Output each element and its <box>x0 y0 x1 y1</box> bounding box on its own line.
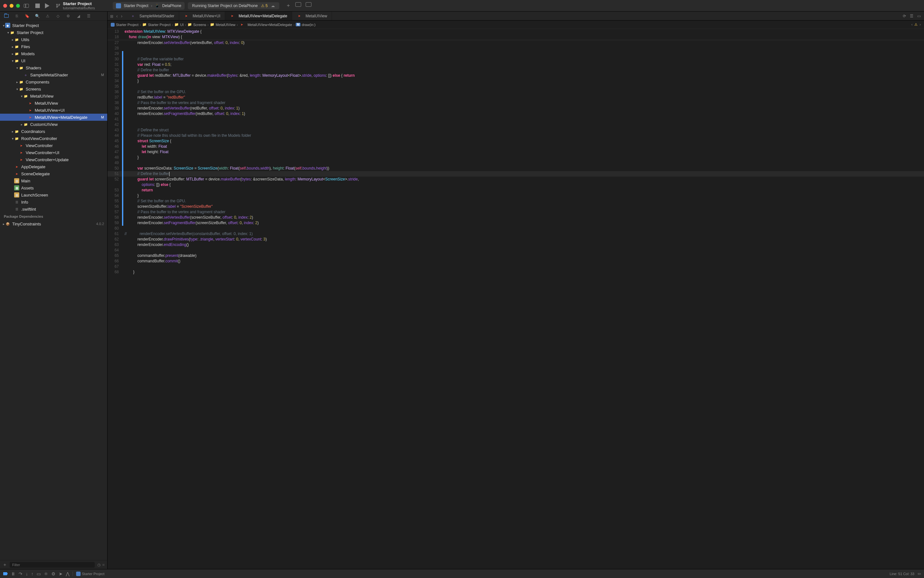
file-viewcontroller[interactable]: ➤ViewController <box>0 142 107 149</box>
debug-target[interactable]: Starter Project <box>73 572 104 576</box>
svg-point-1 <box>57 6 58 7</box>
svg-point-0 <box>57 4 58 5</box>
test-navigator-tab[interactable]: ◇ <box>55 13 60 19</box>
warning-icon[interactable]: ⚠ <box>914 23 918 27</box>
file-swiftlint[interactable]: ☰.swiftlint <box>0 206 107 213</box>
project-title: Starter Project <box>63 1 95 6</box>
svg-point-2 <box>59 4 60 5</box>
related-items-button[interactable]: ⊞ <box>110 14 114 18</box>
debug-navigator-tab[interactable]: ⚙ <box>65 13 71 19</box>
toggle-inspector-button[interactable] <box>306 2 311 7</box>
prev-issue-button[interactable]: ‹ <box>911 23 913 27</box>
add-editor-button[interactable]: ＋ <box>286 2 291 9</box>
toggle-navigator-button[interactable] <box>24 4 29 8</box>
refresh-icon[interactable]: ⟳ <box>903 14 906 18</box>
file-info[interactable]: ☰Info <box>0 198 107 206</box>
swift-icon: ➤ <box>184 13 189 19</box>
toggle-debug-area-button[interactable]: ▭ <box>918 572 921 576</box>
memory-graph-button[interactable]: ⚛ <box>44 571 48 576</box>
file-launchscreen[interactable]: ▦LaunchScreen <box>0 192 107 198</box>
code-editor[interactable]: 13extension MetalUIView: MTKViewDelegate… <box>107 29 924 569</box>
folder-rootvc[interactable]: 📁RootViewController <box>0 135 107 142</box>
project-icon <box>111 23 115 27</box>
step-into-button[interactable]: ↓ <box>26 571 28 576</box>
file-appdelegate[interactable]: ➤AppDelegate <box>0 163 107 170</box>
file-viewcontroller-update[interactable]: ➤ViewController+Update <box>0 156 107 163</box>
more-debug-button[interactable]: ⋀ <box>66 571 69 576</box>
folder-utils[interactable]: 📁Utils <box>0 36 107 43</box>
app-icon <box>76 572 81 576</box>
issue-navigator-tab[interactable]: ⚠ <box>45 13 50 19</box>
navigator-filter-bar: ＋ ◷ ⌗ <box>0 560 107 569</box>
folder-customuiview[interactable]: 📁CustomUIView <box>0 121 107 128</box>
file-scenedelegate[interactable]: ➤SceneDelegate <box>0 170 107 177</box>
project-root[interactable]: ◆Starter Project <box>0 22 107 29</box>
zoom-window-button[interactable] <box>16 4 20 8</box>
stop-button[interactable] <box>35 3 40 8</box>
metal-icon: ⟐ <box>130 13 136 19</box>
tab-metaluiview-ui[interactable]: ➤MetalUIView+UI <box>179 11 225 20</box>
close-window-button[interactable] <box>3 4 7 8</box>
library-button[interactable] <box>295 2 301 7</box>
adjust-editor-button[interactable]: ▭ <box>917 14 921 18</box>
tab-sample-shader[interactable]: ⟐SampleMetalShader <box>126 11 179 20</box>
bookmark-navigator-tab[interactable]: 🔖 <box>24 13 29 19</box>
environment-button[interactable]: ⚙ <box>51 571 55 576</box>
tab-metaluiview-delegate[interactable]: ➤MetalUIView+MetalDelegate <box>225 11 292 20</box>
folder-ui[interactable]: 📁UI <box>0 57 107 64</box>
group-starter-project[interactable]: 📁Starter Project <box>0 29 107 36</box>
project-path: tutorial/metal/buffers <box>63 6 95 10</box>
file-metaluiview-ui[interactable]: ➤MetalUIView+UI <box>0 107 107 114</box>
breakpoint-navigator-tab[interactable]: ◢ <box>76 13 81 19</box>
source-control-navigator-tab[interactable]: ⎘ <box>14 13 19 19</box>
method-badge: M <box>296 23 300 26</box>
package-tinyconstraints[interactable]: 📦TinyConstraints4.0.2 <box>0 220 107 227</box>
folder-shaders[interactable]: 📁Shaders <box>0 64 107 71</box>
forward-button[interactable]: › <box>120 13 123 19</box>
location-button[interactable]: ➤ <box>59 571 63 576</box>
folder-files[interactable]: 📁Files <box>0 43 107 50</box>
tab-metaluiview[interactable]: ➤MetalUIView <box>292 11 332 20</box>
jump-bar[interactable]: Starter Project› 📁Starter Project› 📁UI› … <box>107 21 924 29</box>
report-navigator-tab[interactable]: ☰ <box>86 13 91 19</box>
folder-screens[interactable]: 📁Screens <box>0 85 107 93</box>
filter-input[interactable] <box>10 562 95 568</box>
file-metaluiview[interactable]: ➤MetalUIView <box>0 99 107 107</box>
folder-icon: 📁 <box>210 23 214 27</box>
folder-metaluiview[interactable]: 📁MetalUIView <box>0 93 107 99</box>
run-button[interactable] <box>45 3 49 8</box>
swift-icon: ➤ <box>297 13 302 19</box>
file-tree[interactable]: ◆Starter Project 📁Starter Project 📁Utils… <box>0 21 107 560</box>
debug-view-button[interactable]: ▭ <box>37 571 41 576</box>
project-navigator-tab[interactable] <box>4 13 9 19</box>
minimize-window-button[interactable] <box>10 4 13 8</box>
folder-components[interactable]: 📁Components <box>0 78 107 85</box>
file-metaluiview-delegate[interactable]: ➤MetalUIView+MetalDelegateM <box>0 114 107 121</box>
breakpoint-toggle[interactable] <box>3 572 8 575</box>
find-navigator-tab[interactable]: 🔍 <box>35 13 40 19</box>
file-sample-shader[interactable]: ⟐SampleMetalShaderM <box>0 71 107 78</box>
folder-coordinators[interactable]: 📁Coordinators <box>0 128 107 135</box>
scheme-selector[interactable]: Starter Project › 📱 DelaPhone <box>113 2 184 10</box>
warning-badge[interactable]: ⚠ 5 <box>261 3 268 8</box>
scheme-name: Starter Project <box>123 3 148 8</box>
step-out-button[interactable]: ↑ <box>31 571 33 576</box>
branch-icon <box>56 3 60 8</box>
activity-status[interactable]: Running Starter Project on DelaPhone ⚠ 5… <box>188 2 279 9</box>
editor-options-button[interactable]: ☰ <box>910 14 913 18</box>
pause-button[interactable]: ⏸ <box>11 571 15 576</box>
folder-models[interactable]: 📁Models <box>0 50 107 57</box>
add-file-button[interactable]: ＋ <box>3 562 7 568</box>
navigator-tabs: ⎘ 🔖 🔍 ⚠ ◇ ⚙ ◢ ☰ <box>0 11 107 21</box>
file-main[interactable]: ▦Main <box>0 177 107 184</box>
source-control-branch[interactable]: Starter Project tutorial/metal/buffers <box>56 1 95 10</box>
step-over-button[interactable]: ↷ <box>19 571 23 576</box>
file-assets[interactable]: ▦Assets <box>0 184 107 192</box>
scm-filter-icon[interactable]: ⌗ <box>102 563 105 567</box>
back-button[interactable]: ‹ <box>115 13 119 19</box>
file-viewcontroller-ui[interactable]: ➤ViewController+UI <box>0 149 107 156</box>
next-issue-button[interactable]: › <box>919 23 921 27</box>
navigator-panel: ⎘ 🔖 🔍 ⚠ ◇ ⚙ ◢ ☰ ◆Starter Project 📁Starte… <box>0 11 107 569</box>
recent-filter-icon[interactable]: ◷ <box>97 563 101 567</box>
cursor-position: Line: 51 Col: 33 <box>890 572 914 576</box>
